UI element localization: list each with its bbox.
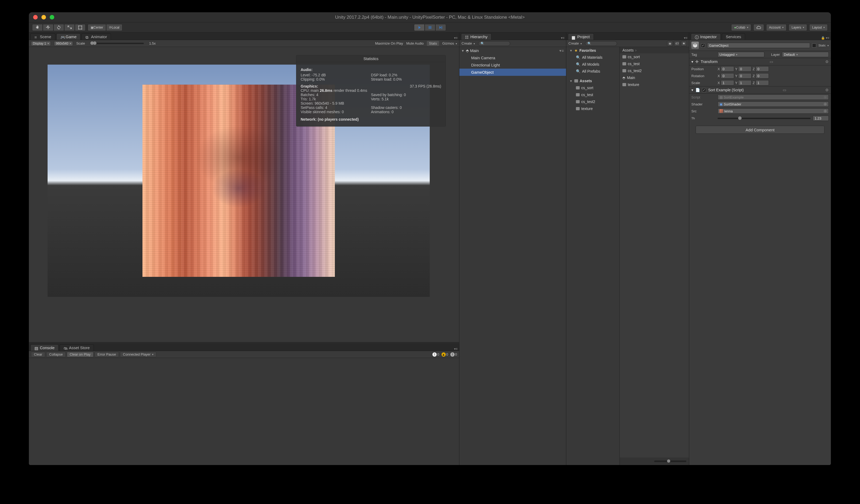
tab-asset-store[interactable]: 🛍Asset Store	[60, 344, 94, 351]
hierarchy-item-light[interactable]: Directional Light	[459, 61, 566, 69]
hierarchy-item-camera[interactable]: Main Camera	[459, 54, 566, 61]
project-breadcrumb[interactable]: Assets›	[620, 47, 689, 54]
project-create-dropdown[interactable]: Create	[569, 41, 582, 45]
tab-services[interactable]: Services	[722, 33, 745, 40]
collab-dropdown[interactable]: ● Collab	[731, 24, 751, 31]
favorites-header[interactable]: ▾★Favorites	[566, 47, 619, 54]
tab-game[interactable]: 🎮Game	[56, 33, 81, 40]
project-folder-tree[interactable]: ▾★Favorites 🔍All Materials 🔍All Models 🔍…	[566, 47, 620, 465]
hierarchy-item-gameobject[interactable]: GameObject	[459, 69, 566, 76]
pos-x-field[interactable]: 0	[721, 66, 734, 72]
script-object-field[interactable]: ▤SortExample☉	[718, 94, 829, 100]
mute-audio-toggle[interactable]: Mute Audio	[406, 41, 424, 45]
rotate-tool[interactable]	[54, 24, 64, 31]
hierarchy-scene-row[interactable]: ▾ ⬘ Main ▾≡	[459, 47, 566, 54]
list-item[interactable]: texture	[620, 81, 689, 88]
connected-player-dropdown[interactable]: Connected Player	[120, 352, 156, 357]
src-texture-field[interactable]: lenna☉	[718, 108, 829, 114]
foldout-icon[interactable]: ▾	[461, 48, 465, 53]
add-component-button[interactable]: Add Component	[696, 126, 825, 134]
step-button[interactable]	[435, 24, 446, 31]
hand-tool[interactable]	[32, 24, 43, 31]
tab-options-icon[interactable]: ▾≡	[561, 36, 566, 40]
favorite-all-prefabs[interactable]: 🔍All Prefabs	[566, 68, 619, 75]
lock-icon[interactable]: 🔒 ▾≡	[821, 36, 831, 40]
list-item[interactable]: ⬘Main	[620, 74, 689, 81]
list-item[interactable]: cs_sort	[620, 54, 689, 60]
gameobject-icon[interactable]	[691, 42, 699, 49]
asset-folder-cs-sort[interactable]: cs_sort	[566, 84, 619, 91]
resolution-dropdown[interactable]: 960x540	[54, 41, 73, 46]
project-asset-list[interactable]: cs_sort cs_test cs_test2 ⬘Main texture	[620, 54, 689, 458]
tab-scene[interactable]: ⌗Scene	[30, 33, 55, 40]
clear-button[interactable]: Clear	[31, 352, 45, 357]
layers-dropdown[interactable]: Layers	[789, 24, 807, 31]
list-item[interactable]: cs_test	[620, 60, 689, 67]
tab-options-icon[interactable]: ▾≡	[454, 347, 459, 351]
gear-icon[interactable]: ⚙	[825, 60, 829, 64]
script-component-header[interactable]: ▾ 📄 Sort Example (Script) ▭ ⚙	[689, 86, 831, 94]
th-slider[interactable]	[718, 118, 811, 119]
tab-inspector[interactable]: ⓘInspector	[691, 33, 721, 40]
rect-tool[interactable]	[75, 24, 86, 31]
filter-by-type-icon[interactable]: ◈	[667, 41, 673, 46]
gizmos-dropdown[interactable]: Gizmos	[442, 41, 457, 45]
play-button[interactable]	[414, 24, 425, 31]
cloud-button[interactable]	[754, 24, 764, 31]
tab-console[interactable]: ▤Console	[30, 344, 58, 351]
save-search-icon[interactable]: ★	[681, 41, 687, 46]
stats-toggle[interactable]: Stats	[427, 41, 439, 46]
scale-tool[interactable]	[64, 24, 75, 31]
layout-dropdown[interactable]: Layout	[809, 24, 828, 31]
pivot-toggle[interactable]: ▣ Center	[88, 24, 106, 31]
maximize-on-play-toggle[interactable]: Maximize On Play	[375, 41, 403, 45]
tab-options-icon[interactable]: ▾≡	[454, 36, 459, 40]
hierarchy-create-dropdown[interactable]: Create	[461, 41, 475, 45]
scale-z-field[interactable]: 1	[756, 80, 769, 86]
tab-animator[interactable]: ⧉Animator	[82, 33, 111, 40]
static-dropdown[interactable]: Static	[818, 44, 829, 47]
hierarchy-tree[interactable]: ▾ ⬘ Main ▾≡ Main Camera Directional Ligh…	[459, 47, 566, 465]
gear-icon[interactable]: ⚙	[825, 88, 829, 92]
asset-folder-texture[interactable]: texture	[566, 105, 619, 112]
help-icon[interactable]: ▭	[770, 60, 773, 64]
tag-dropdown[interactable]: Untagged	[718, 52, 764, 57]
asset-folder-cs-test2[interactable]: cs_test2	[566, 98, 619, 105]
shader-object-field[interactable]: ▣SortShader☉	[718, 101, 829, 107]
static-checkbox[interactable]	[812, 44, 816, 47]
list-item[interactable]: cs_test2	[620, 67, 689, 74]
rot-x-field[interactable]: 0	[721, 73, 734, 78]
thumbnail-size-slider[interactable]	[654, 460, 686, 462]
warn-count[interactable]: ▲0	[442, 352, 448, 357]
move-tool[interactable]	[43, 24, 54, 31]
display-dropdown[interactable]: Display 1	[31, 41, 51, 46]
tab-hierarchy[interactable]: ☷Hierarchy	[461, 33, 491, 40]
pause-button[interactable]	[425, 24, 435, 31]
zoom-icon[interactable]	[50, 15, 54, 19]
favorite-all-materials[interactable]: 🔍All Materials	[566, 54, 619, 61]
error-pause-toggle[interactable]: Error Pause	[95, 352, 119, 357]
foldout-icon[interactable]: ▾	[691, 60, 693, 64]
scale-y-field[interactable]: 1	[738, 80, 751, 86]
scene-options-icon[interactable]: ▾≡	[559, 48, 564, 53]
asset-folder-cs-test[interactable]: cs_test	[566, 91, 619, 98]
active-checkbox[interactable]	[701, 44, 705, 47]
assets-folder[interactable]: ▾Assets	[566, 77, 619, 84]
tab-project[interactable]: ▆Project	[568, 33, 594, 40]
scale-slider[interactable]	[90, 43, 144, 44]
info-count[interactable]: !0	[432, 352, 439, 357]
close-icon[interactable]	[33, 15, 38, 19]
project-search[interactable]: 🔍	[585, 41, 617, 46]
error-count[interactable]: !0	[450, 352, 457, 357]
rot-y-field[interactable]: 0	[738, 73, 751, 78]
console-log-area[interactable]	[29, 358, 459, 465]
script-enabled-checkbox[interactable]	[702, 88, 706, 92]
transform-component-header[interactable]: ▾ ✢ Transform ▭ ⚙	[689, 58, 831, 65]
pos-z-field[interactable]: 0	[756, 66, 769, 72]
foldout-icon[interactable]: ▾	[691, 88, 693, 92]
clear-on-play-toggle[interactable]: Clear on Play	[67, 352, 94, 357]
help-icon[interactable]: ▭	[783, 88, 786, 92]
filter-by-label-icon[interactable]: 🏷	[674, 41, 680, 46]
pos-y-field[interactable]: 0	[738, 66, 751, 72]
tab-options-icon[interactable]: ▾≡	[684, 36, 689, 40]
